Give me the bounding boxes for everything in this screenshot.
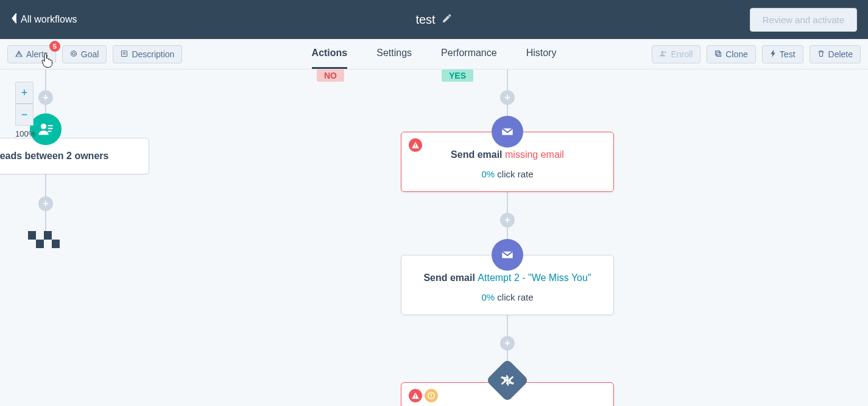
add-action-plus-2[interactable]: + <box>500 213 515 227</box>
svg-rect-9 <box>48 125 53 126</box>
clone-icon <box>715 49 722 59</box>
warning-badge-icon <box>425 389 438 402</box>
alerts-button[interactable]: Alerts 5 <box>7 45 56 63</box>
email2-link[interactable]: Attempt 2 - "We Miss You" <box>478 272 591 283</box>
alert-triangle-icon <box>15 49 23 59</box>
branch-no-label: NO <box>317 69 344 82</box>
email1-link[interactable]: missing email <box>505 149 564 160</box>
svg-rect-19 <box>431 394 432 396</box>
email2-stat: 0% click rate <box>414 292 601 302</box>
back-label: All workflows <box>21 14 77 25</box>
svg-rect-10 <box>48 128 53 129</box>
toolbar-left: Alerts 5 Goal Description <box>7 45 182 63</box>
header-title-wrap: test <box>415 13 452 27</box>
goal-label: Goal <box>81 49 99 59</box>
email1-pct: 0% <box>481 169 495 179</box>
email2-pct: 0% <box>481 292 495 302</box>
add-action-plus-left-2[interactable]: + <box>38 196 53 211</box>
svg-point-5 <box>662 51 665 54</box>
svg-rect-2 <box>122 51 127 56</box>
workflow-canvas[interactable]: + − 100% NO YES + + + + + te leads betwe… <box>0 69 868 406</box>
note-icon <box>121 49 128 59</box>
email2-prefix: Send email <box>423 272 478 283</box>
branch-yes-label: YES <box>442 69 473 82</box>
svg-rect-6 <box>716 51 720 55</box>
email2-title: Send email Attempt 2 - "We Miss You" <box>414 272 601 283</box>
email1-prefix: Send email <box>451 149 505 160</box>
zoom-out-button[interactable]: − <box>15 104 34 126</box>
goal-button[interactable]: Goal <box>62 45 107 63</box>
tab-actions[interactable]: Actions <box>312 39 348 69</box>
workflow-end-marker <box>28 231 60 251</box>
svg-rect-13 <box>44 231 52 240</box>
error-badge-icon <box>409 389 422 402</box>
test-button[interactable]: Test <box>762 45 803 63</box>
clone-label: Clone <box>725 49 748 59</box>
clone-button[interactable]: Clone <box>707 45 756 63</box>
tab-performance[interactable]: Performance <box>441 39 497 69</box>
svg-rect-15 <box>52 240 60 248</box>
error-badge-icon <box>409 138 422 152</box>
svg-point-8 <box>41 124 46 129</box>
add-action-plus-3[interactable]: + <box>500 336 515 351</box>
tabs: Actions Settings Performance History <box>312 39 557 69</box>
svg-rect-11 <box>48 130 52 132</box>
description-button[interactable]: Description <box>113 45 182 63</box>
svg-rect-20 <box>431 397 432 398</box>
enroll-label: Enroll <box>671 49 693 59</box>
email-icon <box>492 239 523 271</box>
workflow-title: test <box>415 13 435 27</box>
email1-stat: 0% click rate <box>414 169 601 179</box>
svg-rect-14 <box>36 240 44 248</box>
top-nav: All workflows test Review and activate <box>0 0 868 39</box>
alerts-badge: 5 <box>49 41 60 52</box>
rotate-card-label: te leads between 2 owners <box>0 151 136 162</box>
enroll-button[interactable]: Enroll <box>652 45 700 63</box>
rotate-leads-card[interactable]: te leads between 2 owners <box>0 138 149 174</box>
target-icon <box>70 49 77 59</box>
add-action-plus-left-1[interactable]: + <box>38 90 53 105</box>
email1-stat-label: click rate <box>495 169 533 179</box>
email2-stat-label: click rate <box>495 292 533 302</box>
edit-title-icon[interactable] <box>442 13 453 26</box>
review-activate-button[interactable]: Review and activate <box>750 8 857 32</box>
chevron-left-icon <box>11 13 18 26</box>
email1-title: Send email missing email <box>414 149 601 160</box>
zoom-level: 100% <box>15 129 35 138</box>
bolt-icon <box>770 49 776 59</box>
svg-rect-12 <box>28 231 36 240</box>
email-icon <box>492 116 523 148</box>
back-all-workflows-link[interactable]: All workflows <box>11 13 77 26</box>
zoom-in-button[interactable]: + <box>15 82 34 104</box>
delete-button[interactable]: Delete <box>810 45 861 63</box>
add-action-plus-1[interactable]: + <box>500 90 515 105</box>
tab-history[interactable]: History <box>526 39 557 69</box>
delete-label: Delete <box>828 49 853 59</box>
description-label: Description <box>132 49 174 59</box>
svg-point-0 <box>71 51 76 56</box>
toolbar: Alerts 5 Goal Description Actions Settin… <box>0 39 868 69</box>
trash-icon <box>817 49 825 59</box>
tab-settings[interactable]: Settings <box>376 39 412 69</box>
person-plus-icon <box>660 49 667 59</box>
zoom-controls: + − 100% <box>15 82 35 138</box>
test-label: Test <box>780 49 796 59</box>
alerts-label: Alerts <box>26 49 48 59</box>
svg-rect-7 <box>717 52 721 56</box>
svg-point-1 <box>72 52 76 55</box>
toolbar-right: Enroll Clone Test Delete <box>652 45 861 63</box>
